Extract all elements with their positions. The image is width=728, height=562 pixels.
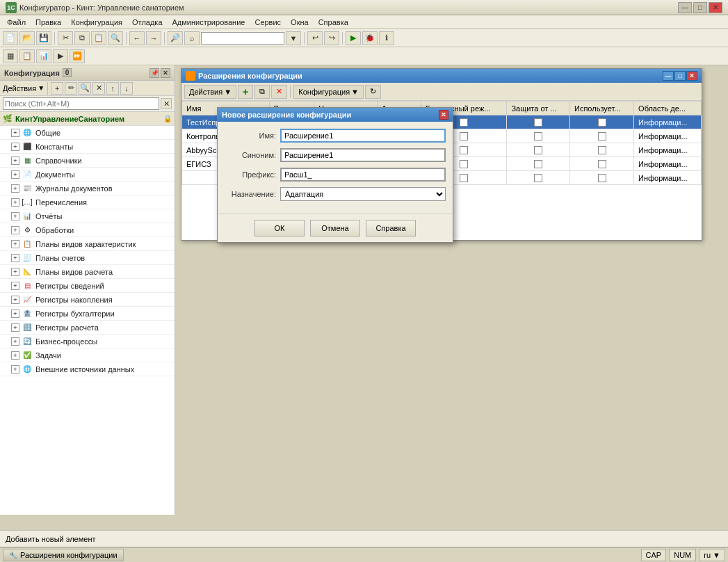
cut-button[interactable]: ✂ [58, 31, 73, 45]
menu-help[interactable]: Справка [314, 17, 353, 28]
tree-item-general[interactable]: + 🌐 Общие [0, 126, 175, 140]
cell-protected[interactable] [507, 143, 570, 157]
expand-accountplans[interactable]: + [11, 254, 19, 262]
expand-external[interactable]: + [11, 365, 19, 374]
expand-tasks[interactable]: + [11, 351, 19, 360]
up-item-button[interactable]: ↑ [106, 82, 119, 95]
search-button2[interactable]: ⌕ [184, 31, 200, 45]
cell-protected[interactable] [507, 129, 570, 143]
tb2-btn3[interactable]: 📊 [36, 49, 51, 63]
tree-item-docs[interactable]: + 📄 Документы [0, 168, 175, 182]
expand-general[interactable]: + [11, 129, 19, 137]
purpose-select[interactable]: Адаптация Исправление Дополнение [280, 187, 446, 201]
menu-file[interactable]: Файл [3, 17, 30, 28]
tb2-btn5[interactable]: ⏩ [70, 49, 85, 63]
expand-refs[interactable]: + [11, 156, 19, 165]
tree-item-accountregs[interactable]: + 🏦 Регистры бухгалтерии [0, 307, 175, 321]
cell-used[interactable] [570, 115, 634, 129]
new-button[interactable]: 📄 [3, 31, 18, 45]
ext-close-button[interactable]: ✕ [686, 71, 697, 81]
cancel-button[interactable]: Отмена [310, 220, 360, 236]
tree-item-external[interactable]: + 🌐 Внешние источники данных [0, 362, 175, 376]
tb2-btn2[interactable]: 📋 [19, 49, 35, 63]
find-item-button[interactable]: 🔍 [79, 82, 91, 95]
tree-root[interactable]: 🌿 КинтУправлениеСанаторием 🔒 [0, 112, 175, 126]
panel-search-input[interactable] [3, 97, 159, 110]
del-item-button[interactable]: ✕ [92, 82, 105, 95]
tree-item-calcregs[interactable]: + 🔢 Регистры расчета [0, 321, 175, 335]
ext-maximize-button[interactable]: □ [674, 71, 686, 81]
cell-used[interactable] [570, 157, 634, 171]
copy-button[interactable]: ⧉ [74, 31, 90, 45]
panel-pin-button[interactable]: 📌 [149, 68, 159, 78]
cell-used[interactable] [570, 143, 634, 157]
nav-back-button[interactable]: ↩ [307, 31, 323, 45]
synonym-input[interactable] [280, 148, 446, 162]
search-go-button[interactable]: ▼ [286, 31, 301, 45]
expand-accumregs[interactable]: + [11, 296, 19, 304]
expand-calcplans[interactable]: + [11, 268, 19, 276]
info-button[interactable]: ℹ [379, 31, 394, 45]
ext-copy-button[interactable]: ⧉ [254, 85, 270, 99]
ext-del-button[interactable]: ✕ [271, 85, 287, 99]
tree-item-enums[interactable]: + […] Перечисления [0, 195, 175, 209]
ext-actions-button[interactable]: Действия ▼ [184, 85, 236, 99]
actions-dropdown-icon[interactable]: ▼ [38, 84, 45, 92]
ext-config-button[interactable]: Конфигурация ▼ [293, 85, 364, 99]
tree-item-charplans[interactable]: + 📋 Планы видов характеристик [0, 237, 175, 251]
menu-config[interactable]: Конфигурация [67, 17, 127, 28]
col-area[interactable]: Область де... [634, 102, 702, 115]
ok-button[interactable]: ОК [254, 220, 305, 236]
open-button[interactable]: 📂 [19, 31, 35, 45]
expand-biz[interactable]: + [11, 337, 19, 346]
col-protected[interactable]: Защита от ... [507, 102, 570, 115]
tree-item-constants[interactable]: + ⬛ Константы [0, 140, 175, 154]
menu-service[interactable]: Сервис [250, 17, 285, 28]
tree-item-calcplans[interactable]: + 📐 Планы видов расчета [0, 265, 175, 279]
nav-forward-button[interactable]: ↪ [324, 31, 339, 45]
expand-charplans[interactable]: + [11, 240, 19, 248]
edit-item-button[interactable]: ✏ [65, 82, 77, 95]
menu-admin[interactable]: Администрирование [168, 17, 250, 28]
name-input[interactable] [280, 129, 446, 143]
tree-item-tasks[interactable]: + ✅ Задачи [0, 348, 175, 362]
dialog-close-button[interactable]: ✕ [439, 110, 448, 120]
expand-inforegs[interactable]: + [11, 282, 19, 290]
tree-item-docjournals[interactable]: + 📰 Журналы документов [0, 182, 175, 195]
minimize-button[interactable]: — [678, 2, 692, 13]
search-small-button[interactable]: 🔎 [168, 31, 183, 45]
taskbar-ext-item[interactable]: 🔧 Расширения конфигурации [3, 549, 124, 561]
tree-item-refs[interactable]: + ▦ Справочники [0, 154, 175, 168]
expand-reports[interactable]: + [11, 212, 19, 220]
ext-add-button[interactable]: + [238, 85, 253, 99]
tree-item-accountplans[interactable]: + 🧾 Планы счетов [0, 251, 175, 265]
expand-calcregs[interactable]: + [11, 323, 19, 332]
down-item-button[interactable]: ↓ [120, 82, 133, 95]
menu-windows[interactable]: Окна [286, 17, 313, 28]
find-button[interactable]: 🔍 [108, 31, 123, 45]
redo-button[interactable]: → [146, 31, 161, 45]
expand-accountregs[interactable]: + [11, 310, 19, 318]
save-button[interactable]: 💾 [36, 31, 51, 45]
ext-refresh-button[interactable]: ↻ [365, 85, 381, 99]
tb2-btn4[interactable]: ▶ [53, 49, 68, 63]
maximize-button[interactable]: □ [693, 2, 707, 13]
cell-protected[interactable] [507, 115, 570, 129]
debug-button[interactable]: 🐞 [362, 31, 378, 45]
tree-item-accumregs[interactable]: + 📈 Регистры накопления [0, 293, 175, 307]
cell-protected[interactable] [507, 157, 570, 171]
expand-docs[interactable]: + [11, 170, 19, 179]
search-toolbar-input[interactable] [201, 32, 284, 45]
tree-item-processing[interactable]: + ⚙ Обработки [0, 223, 175, 237]
tree-item-biz[interactable]: + 🔄 Бизнес-процессы [0, 335, 175, 348]
lang-indicator[interactable]: ru ▼ [699, 549, 725, 561]
actions-label[interactable]: Действия [3, 84, 36, 93]
panel-search-clear[interactable]: ✕ [161, 98, 172, 109]
expand-processing[interactable]: + [11, 226, 19, 234]
panel-close-button[interactable]: ✕ [161, 68, 170, 78]
paste-button[interactable]: 📋 [91, 31, 106, 45]
add-item-button[interactable]: + [51, 82, 63, 95]
col-used[interactable]: Использует... [570, 102, 634, 115]
help-button[interactable]: Справка [366, 220, 416, 236]
close-button[interactable]: ✕ [709, 2, 722, 13]
